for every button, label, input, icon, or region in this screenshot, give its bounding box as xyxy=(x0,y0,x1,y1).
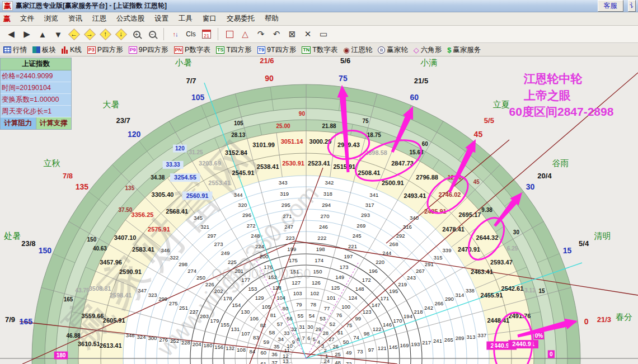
toolbar-item-gann-wheel[interactable]: ◉江恩轮 xyxy=(343,45,372,55)
info-panel: 上证指数 价格=2440.9099时间=20190104变换系数=1.00000… xyxy=(0,58,72,130)
diamond-left-arrow[interactable]: ← xyxy=(67,27,81,41)
zoom-in-icon[interactable]: + xyxy=(129,27,144,41)
svg-text:28: 28 xyxy=(322,330,329,336)
svg-text:131: 131 xyxy=(231,326,240,332)
svg-text:2542.61: 2542.61 xyxy=(501,285,524,292)
svg-text:21/5: 21/5 xyxy=(414,77,428,85)
svg-text:225: 225 xyxy=(228,259,237,265)
diamond-down-arrow[interactable]: ↓ xyxy=(114,27,128,41)
menu-item-4[interactable]: 公式选股 xyxy=(111,13,149,25)
svg-text:30: 30 xyxy=(307,324,313,330)
calendar-icon[interactable]: 21 xyxy=(199,27,214,41)
svg-text:274: 274 xyxy=(187,268,196,274)
menu-item-7[interactable]: 窗口 xyxy=(198,13,222,25)
rotate-cw-icon[interactable]: ↷ xyxy=(254,27,268,41)
updown-marker-icon[interactable]: ↑↓ xyxy=(168,27,182,41)
zoom-out-icon[interactable]: − xyxy=(145,27,160,41)
svg-text:立夏: 立夏 xyxy=(493,100,510,109)
svg-text:7/9: 7/9 xyxy=(5,315,15,324)
svg-text:150: 150 xyxy=(87,237,97,243)
menu-item-5[interactable]: 设置 xyxy=(149,13,173,25)
menu-item-1[interactable]: 浏览 xyxy=(39,13,63,25)
toolbar-item-t-square[interactable]: TST四方形 xyxy=(216,45,252,55)
svg-text:319: 319 xyxy=(280,191,289,197)
info-row-3: 周天变化步长=1 xyxy=(1,106,71,117)
toolbar-separator xyxy=(163,28,164,40)
toolbar-item-label: T四方形 xyxy=(226,45,251,55)
svg-text:218: 218 xyxy=(414,309,423,315)
svg-text:200: 200 xyxy=(260,253,269,259)
toolbar-item-quotes[interactable]: 行情 xyxy=(3,45,27,55)
svg-text:37.50: 37.50 xyxy=(118,207,132,213)
svg-text:7/7: 7/7 xyxy=(186,77,196,85)
p-table-icon: PN xyxy=(174,46,184,54)
diamond-right-arrow[interactable]: → xyxy=(82,27,97,41)
toolbar-item-p-table[interactable]: PNP数字表 xyxy=(174,45,210,55)
rotate-ccw-icon[interactable]: ↶ xyxy=(269,27,284,41)
svg-text:55: 55 xyxy=(298,313,304,319)
svg-text:31.25: 31.25 xyxy=(189,149,203,155)
svg-text:202: 202 xyxy=(214,288,223,294)
diamond-up-arrow[interactable]: ↑ xyxy=(98,27,112,41)
info-row-2: 变换系数=1.00000 xyxy=(1,94,71,106)
svg-text:34.38: 34.38 xyxy=(151,174,165,181)
collapse-arrows-icon[interactable]: ✕ xyxy=(301,27,315,41)
square-tool-icon[interactable] xyxy=(222,27,237,41)
clear-board-icon[interactable]: ▭ xyxy=(316,27,331,41)
svg-text:194: 194 xyxy=(404,313,412,319)
svg-text:294: 294 xyxy=(322,202,331,208)
svg-text:219: 219 xyxy=(398,281,407,287)
toolbar-item-9t-square[interactable]: T99T四方形 xyxy=(257,45,297,55)
toolbar-item-kline[interactable]: K线 xyxy=(62,45,82,55)
svg-text:268: 268 xyxy=(390,241,398,247)
prev-arrow[interactable]: ◀ xyxy=(4,27,18,41)
toolbar-item-label: 9P四方形 xyxy=(139,45,168,55)
up-arrow[interactable]: ▲ xyxy=(35,27,50,41)
toolbar-item-9p-square[interactable]: P99P四方形 xyxy=(129,45,168,55)
toolbar-item-sectors[interactable]: 板块 xyxy=(32,45,56,55)
svg-text:2493.41: 2493.41 xyxy=(404,192,426,199)
menu-item-3[interactable]: 江恩 xyxy=(87,13,111,25)
service-button[interactable]: 客服 xyxy=(598,0,623,12)
calc-support-button[interactable]: 计算支撑 xyxy=(36,117,72,129)
svg-text:60度区间2847-2898: 60度区间2847-2898 xyxy=(509,105,614,118)
svg-text:321: 321 xyxy=(200,224,209,230)
cls-button[interactable]: Cls xyxy=(184,27,198,41)
triangle-tool-icon[interactable]: △ xyxy=(238,27,252,41)
svg-text:129: 129 xyxy=(255,295,264,301)
menu-item-8[interactable]: 交易委托 xyxy=(222,13,260,25)
toolbar-separator xyxy=(218,28,218,40)
toolbar-item-p-square[interactable]: P3P四方形 xyxy=(87,45,123,55)
box-x-tool-icon[interactable]: ⊠ xyxy=(285,27,299,41)
svg-text:123: 123 xyxy=(363,309,372,315)
toolbar-item-winner-wheel[interactable]: B赢家轮 xyxy=(378,45,408,55)
calc-resistance-button[interactable]: 计算阻力 xyxy=(1,117,36,129)
menu-item-6[interactable]: 工具 xyxy=(173,13,198,25)
partial-edge-button[interactable]: 讠 xyxy=(628,0,636,12)
menu-item-9[interactable]: 帮助 xyxy=(260,13,284,25)
svg-text:221: 221 xyxy=(348,243,357,249)
svg-text:155: 155 xyxy=(221,322,229,328)
svg-text:179: 179 xyxy=(210,318,219,324)
menu-item-2[interactable]: 资讯 xyxy=(63,13,87,25)
down-arrow[interactable]: ▼ xyxy=(51,27,65,41)
svg-text:3: 3 xyxy=(321,343,324,349)
svg-text:3610.51: 3610.51 xyxy=(78,341,100,347)
toolbar-item-hexagon[interactable]: ◇六角形 xyxy=(414,45,442,55)
next-arrow[interactable]: ▶ xyxy=(20,27,34,41)
toolbar-item-t-table[interactable]: TNT数字表 xyxy=(302,45,337,55)
svg-text:82: 82 xyxy=(260,322,266,328)
svg-text:90: 90 xyxy=(299,111,306,117)
menu-item-0[interactable]: 文件 xyxy=(15,13,39,25)
svg-text:347: 347 xyxy=(138,287,147,294)
svg-text:56: 56 xyxy=(287,315,293,322)
svg-text:224: 224 xyxy=(255,243,264,249)
toolbar-item-winner-service[interactable]: $赢家服务 xyxy=(447,45,481,55)
svg-text:174: 174 xyxy=(315,257,323,263)
svg-text:343: 343 xyxy=(279,179,288,186)
svg-text:201: 201 xyxy=(234,268,243,274)
svg-text:322: 322 xyxy=(170,254,179,261)
svg-text:223: 223 xyxy=(286,235,295,241)
svg-text:120: 120 xyxy=(175,145,185,152)
svg-text:250: 250 xyxy=(196,275,205,281)
